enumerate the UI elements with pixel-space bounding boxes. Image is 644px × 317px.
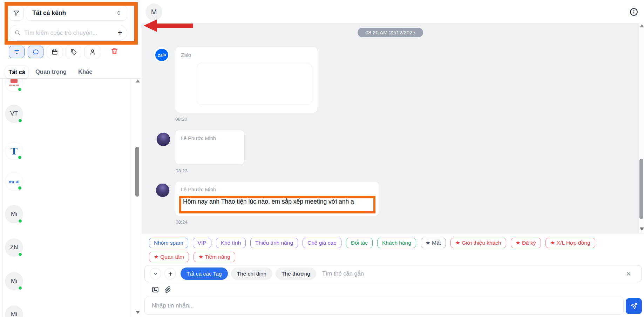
sender-photo-avatar [156, 183, 170, 197]
tag-xl-hop-dong[interactable]: ★ X/L Hợp đồng [545, 238, 595, 248]
tag-che-gia-cao[interactable]: Chê giá cao [303, 238, 341, 248]
message-sender: Lê Phước Minh [181, 187, 216, 192]
image-attach-button[interactable] [151, 286, 159, 293]
app-window: mini mi VT T mr ai Mi ZN Mi Mi [0, 0, 644, 317]
tag-da-ky[interactable]: ★ Đã ký [511, 238, 541, 248]
tag-filter-button[interactable] [66, 46, 81, 58]
minimi-logo [11, 79, 18, 83]
trash-icon [110, 47, 118, 55]
avatar-text: ZN [10, 244, 18, 251]
conversation-item-mi1[interactable]: Mi [5, 205, 23, 223]
online-status-dot [18, 118, 22, 123]
sidebar-scroll-up-arrow[interactable] [136, 79, 140, 82]
paperclip-icon [164, 286, 171, 293]
contacts-filter-button[interactable] [84, 46, 100, 58]
online-status-dot [18, 155, 22, 160]
person-icon [89, 48, 96, 55]
collapse-tags-button[interactable] [150, 268, 161, 279]
tag-kho-tinh[interactable]: Khó tính [216, 238, 246, 248]
file-attach-button[interactable] [164, 286, 171, 293]
mrai-logo-icon: mr ai [9, 179, 20, 184]
info-button[interactable] [629, 7, 638, 16]
conversation-item-mi2[interactable]: Mi [5, 272, 23, 290]
tag-doi-tac[interactable]: Đối tác [346, 238, 373, 248]
conversation-item-tlogo[interactable]: T [5, 142, 23, 160]
tab-label: Quan trọng [35, 68, 67, 75]
plus-icon [168, 271, 173, 277]
message-time: 08:20 [175, 117, 187, 122]
add-tag-button[interactable] [164, 268, 176, 279]
chat-bubble-icon [32, 48, 39, 55]
avatar-text: VT [10, 110, 18, 117]
chat-filter-button[interactable] [28, 46, 43, 58]
filter-lines-button[interactable] [9, 46, 25, 58]
message-bubble-zalo: Zalo [175, 46, 318, 113]
tag-thieu-tinh-nang[interactable]: Thiếu tính năng [250, 238, 298, 248]
avatar-text: Mi [11, 211, 17, 218]
tag-filter-assigned[interactable]: Thẻ chỉ định [231, 268, 272, 280]
tag-tiem-nang[interactable]: ★ Tiềm năng [194, 252, 235, 262]
channel-select[interactable]: Tất cả kênh [26, 5, 127, 21]
search-icon [14, 29, 21, 36]
calendar-icon [51, 48, 58, 55]
tag-vip[interactable]: VIP [193, 238, 211, 248]
send-button[interactable] [626, 298, 642, 314]
tag-khach-hang[interactable]: Khách hàng [377, 238, 416, 248]
avatar-text: Mi [11, 311, 17, 317]
message-composer [144, 297, 624, 315]
conversation-item-mi3[interactable]: Mi [5, 305, 23, 317]
calendar-filter-button[interactable] [47, 46, 62, 58]
message-text: Hôm nay anh Thao tiện lúc nào, em sắp xế… [183, 198, 354, 205]
sidebar-inner-divider [130, 79, 130, 317]
tag-mat[interactable]: ★ Mất [421, 238, 446, 248]
message-embedded-card [197, 63, 312, 105]
composer-toolbar [151, 286, 171, 293]
chat-scroll-up-arrow[interactable] [640, 24, 644, 27]
tag-nhom-spam[interactable]: Nhóm spam [149, 238, 188, 248]
avatar-text: Mi [11, 278, 17, 285]
tag-search-input[interactable] [322, 270, 622, 277]
tab-khac[interactable]: Khác [78, 68, 92, 75]
tag-filter-normal[interactable]: Thẻ thường [276, 268, 316, 280]
avatar-text: mini mi [9, 83, 19, 87]
online-status-dot [18, 87, 22, 92]
tag-quan-tam[interactable]: ★ Quan tâm [149, 252, 189, 262]
sidebar-scroll-down-arrow[interactable] [136, 311, 140, 314]
send-plane-icon [630, 302, 638, 310]
close-tag-bar-button[interactable] [625, 271, 632, 277]
conversation-item-vt[interactable]: VT [5, 105, 23, 123]
trash-button[interactable] [110, 47, 118, 55]
message-time: 08:24 [176, 219, 188, 225]
conversation-item-mrai[interactable]: mr ai [5, 172, 23, 191]
online-status-dot [18, 219, 22, 223]
chat-main: M 08:20 AM 22/12/2025 Zalo Zalo 08:20 Lê… [141, 0, 644, 317]
conversation-item-zn[interactable]: ZN [5, 238, 23, 257]
tag-gioi-thieu-khach[interactable]: ★ Giới thiệu khách [450, 238, 506, 248]
chevron-down-icon [153, 271, 158, 277]
date-separator-text: 08:20 AM 22/12/2025 [365, 29, 415, 35]
tab-tat-ca[interactable]: Tất cả [5, 66, 28, 78]
tag-filter-all[interactable]: Tất cả các Tag [181, 268, 228, 280]
channel-filter-button[interactable] [9, 5, 23, 21]
info-icon [629, 7, 638, 16]
tag-row-2: ★ Quan tâm ★ Tiềm năng [149, 252, 235, 262]
tab-quan-trong[interactable]: Quan trọng [35, 68, 67, 75]
peer-avatar: M [145, 4, 162, 20]
chat-scrollbar-thumb[interactable] [639, 159, 643, 219]
message-bubble-3: Lê Phước Minh Hôm nay anh Thao tiện lúc … [175, 181, 379, 216]
tag-icon [70, 48, 77, 55]
sidebar-scrollbar-thumb[interactable] [135, 147, 139, 197]
message-sender: Zalo [181, 52, 191, 58]
zalo-logo-icon: Zalo [154, 48, 169, 62]
message-sender: Lê Phước Minh [181, 136, 216, 141]
close-icon [625, 271, 632, 277]
chat-scroll-down-arrow[interactable] [640, 227, 644, 231]
image-icon [151, 286, 159, 293]
message-input[interactable] [152, 302, 616, 309]
funnel-icon [13, 9, 20, 17]
channel-select-value: Tất cả kênh [32, 9, 116, 17]
search-input[interactable] [24, 29, 118, 37]
add-conversation-button[interactable]: + [118, 29, 122, 37]
sender-photo-avatar [156, 132, 170, 146]
online-status-dot [18, 286, 22, 290]
